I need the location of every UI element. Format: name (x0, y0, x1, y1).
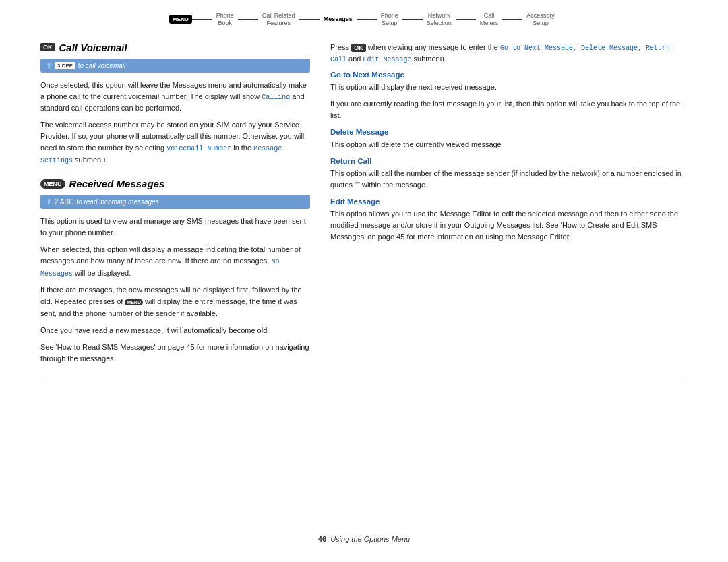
call-voicemail-para2: The voicemail access number may be store… (40, 119, 310, 166)
menu-badge: MENU (169, 15, 192, 24)
ok-inline-badge: OK (351, 44, 366, 52)
received-para4: Once you have read a new message, it wil… (40, 325, 310, 336)
return-call-body: This option will call the number of the … (330, 168, 688, 191)
page-container: MENU Phone Book Call Related Features Me… (0, 0, 728, 562)
received-para2: When selected, this option will display … (40, 244, 310, 279)
nav-item-phonebook: Phone Book (212, 12, 238, 27)
nav-line-5 (402, 19, 423, 20)
page-number: 46 (318, 535, 326, 543)
delete-message-body: This option will delete the currently vi… (330, 139, 688, 150)
received-title: MENU Received Messages (40, 178, 310, 189)
received-para1: This option is used to view and manage a… (40, 216, 310, 239)
nav-line-3 (299, 19, 320, 20)
return-call-title: Return Call (330, 157, 688, 165)
edit-message-title: Edit Message (330, 197, 688, 206)
menu-round-badge: MENU (40, 179, 65, 189)
shortcut-label: to call voicemail (78, 62, 126, 69)
nav-line-1 (192, 19, 212, 20)
delete-message-title: Delete Message (330, 128, 688, 136)
nav-item-callrelated: Call Related Features (258, 12, 299, 27)
received-messages-section: MENU Received Messages ⇧ 2 ABC to read i… (40, 178, 310, 364)
arrow-up-icon: ⇧ (46, 61, 52, 70)
call-voicemail-para1: Once selected, this option will leave th… (40, 80, 310, 115)
nav-line-7 (502, 19, 522, 20)
nav-item-network: Network Selection (423, 12, 456, 27)
call-voicemail-section: OK Call Voicemail (40, 42, 310, 53)
call-voicemail-title: Call Voicemail (59, 42, 127, 53)
arrow-up-icon-2: ⇧ (46, 197, 52, 206)
received-para5: See 'How to Read SMS Messages' on page 4… (40, 342, 310, 365)
footer-text: Using the Options Menu (330, 535, 410, 543)
go-to-next-body2: If you are currently reading the last me… (330, 98, 688, 121)
nav-item-callmeters: Call Meters (476, 12, 503, 27)
go-to-next-body1: This option will display the next receiv… (330, 82, 688, 93)
edit-message-body: This option allows you to use the Messag… (330, 208, 688, 243)
page-footer: 46 Using the Options Menu (0, 535, 728, 543)
nav-item-accessory: Accessory Setup (522, 12, 559, 27)
received-shortcut: ⇧ 2 ABC to read incoming messages (40, 195, 310, 209)
delete-message-section: Delete Message This option will delete t… (330, 128, 688, 150)
right-intro: Press OK when viewing any message to ent… (330, 42, 688, 65)
right-column: Press OK when viewing any message to ent… (330, 42, 688, 370)
call-voicemail-shortcut: ⇧ 3 DEF to call voicemail (40, 59, 310, 73)
return-call-section: Return Call This option will call the nu… (330, 157, 688, 191)
nav-item-phonesetup: Phone Setup (377, 12, 402, 27)
left-column: OK Call Voicemail ⇧ 3 DEF to call voicem… (40, 42, 310, 370)
go-to-next-title: Go to Next Message (330, 71, 688, 79)
nav-line-4 (357, 19, 377, 20)
received-shortcut-label: to read incoming messages (76, 198, 158, 206)
nav-line-2 (238, 19, 258, 20)
go-to-next-section: Go to Next Message This option will disp… (330, 71, 688, 121)
main-content: OK Call Voicemail ⇧ 3 DEF to call voicem… (40, 42, 688, 370)
received-shortcut-num: 2 ABC (55, 198, 73, 206)
received-para3: If there are messages, the new messages … (40, 284, 310, 319)
footer-divider (40, 381, 688, 381)
shortcut-num-badge: 3 DEF (55, 62, 75, 69)
nav-line-6 (456, 19, 476, 20)
nav-item-messages: Messages (320, 15, 357, 23)
edit-message-section: Edit Message This option allows you to u… (330, 197, 688, 243)
received-title-text: Received Messages (69, 178, 165, 189)
nav-bar: MENU Phone Book Call Related Features Me… (40, 0, 688, 35)
ok-badge: OK (40, 43, 55, 51)
menu-inline-badge: MENU (125, 299, 143, 305)
